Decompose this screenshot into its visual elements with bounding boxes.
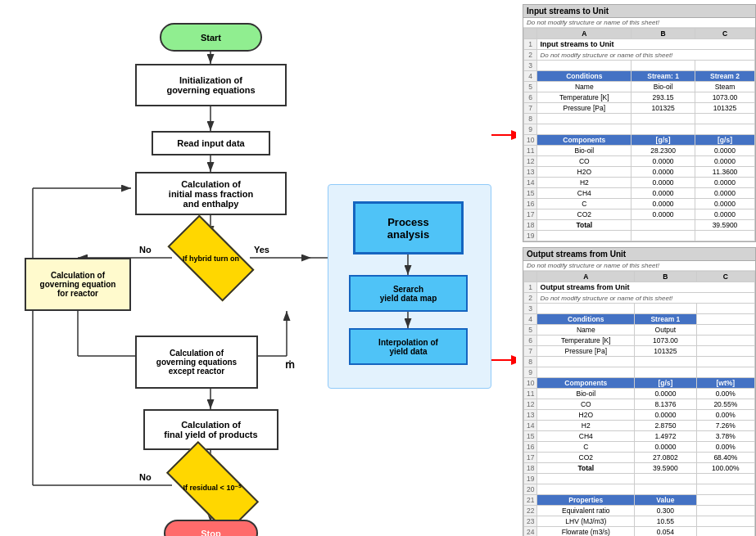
calc-mass-label: Calculation of initial mass fraction and… — [169, 179, 253, 209]
process-analysis-label: Process analysis — [387, 216, 429, 241]
process-group: Process analysis Serarch yield data map … — [328, 184, 491, 389]
input-sheet-title: Input streams to Unit — [523, 5, 755, 18]
calc-mass-shape: Calculation of initial mass fraction and… — [135, 172, 287, 215]
input-sheet-subtitle: Do not modify structure or name of this … — [523, 18, 755, 28]
svg-text:Yes: Yes — [254, 245, 269, 254]
output-sheet-title: Output streams from Unit — [523, 248, 755, 261]
hybrid-label: If hybrid turn on — [174, 237, 248, 279]
residual-label: If residual < 10⁻⁵ — [171, 466, 254, 508]
search-yield-label: Serarch yield data map — [380, 285, 437, 303]
read-shape: Read input data — [152, 131, 270, 155]
stop-shape: Stop — [164, 520, 258, 536]
governing-except-shape: Calculation of governing equations excep… — [135, 336, 258, 389]
svg-text:ṁ: ṁ — [285, 359, 295, 371]
start-shape: Start — [160, 23, 262, 52]
input-sheet: Input streams to Unit Do not modify stru… — [523, 4, 756, 242]
output-sheet-subtitle: Do not modify structure or name of this … — [523, 261, 755, 271]
hybrid-diamond: If hybrid turn on — [167, 214, 254, 301]
input-sheet-table: A B C 1Input streams to Unit 2Do not mod… — [523, 28, 755, 241]
svg-text:No: No — [139, 472, 152, 482]
flowchart: No Yes No Yes ṁ Start Initialization of … — [8, 8, 516, 528]
output-sheet: Output streams from Unit Do not modify s… — [523, 247, 756, 536]
stop-label: Stop — [201, 529, 220, 537]
init-shape: Initialization of governing equations — [135, 64, 287, 106]
read-label: Read input data — [177, 138, 245, 148]
governing-eq-shape: Calculation of governing equation for re… — [25, 258, 131, 311]
start-label: Start — [201, 33, 221, 43]
governing-eq-label: Calculation of governing equation for re… — [40, 271, 116, 298]
svg-text:No: No — [139, 245, 152, 254]
search-yield-shape: Serarch yield data map — [349, 275, 468, 312]
interp-shape: Interpolation of yield data — [349, 328, 468, 365]
spreadsheet-panel: Input streams to Unit Do not modify stru… — [523, 4, 756, 536]
governing-except-label: Calculation of governing equations excep… — [156, 349, 237, 376]
final-yield-label: Calculation of final yield of products — [164, 420, 257, 439]
output-sheet-table: A B C 1Output streams from Unit 2Do not … — [523, 271, 755, 536]
interp-label: Interpolation of yield data — [378, 338, 438, 356]
init-label: Initialization of governing equations — [166, 75, 255, 95]
process-analysis-shape: Process analysis — [353, 201, 464, 254]
final-yield-shape: Calculation of final yield of products — [143, 409, 278, 450]
